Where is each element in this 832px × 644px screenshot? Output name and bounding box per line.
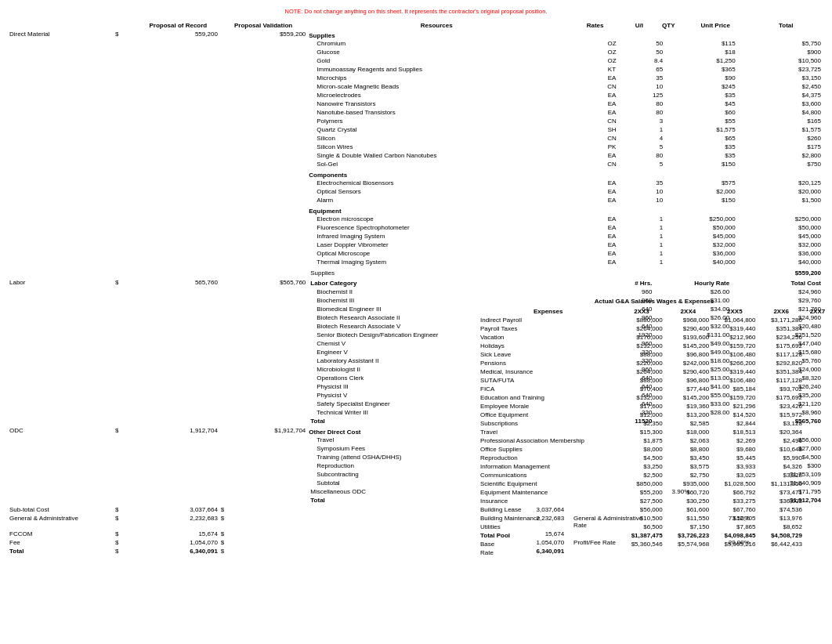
header-unit-price: Unit Price [683, 21, 747, 30]
ga-table-row: Employee Morale $17,600 $19,360 $21,296 … [478, 402, 830, 411]
odc-symbol: $ [114, 426, 137, 505]
ga-col-header: 2XX4 [665, 307, 711, 316]
header-proposal-record: Proposal of Record [137, 21, 219, 30]
equipment-row: Laser Doppler Vibrometer EA 1 $32,000 $3… [309, 241, 823, 249]
total-proposal-record: 6,340,091 [137, 547, 219, 555]
direct-material-proposal-record: 559,200 [137, 30, 219, 278]
ga-symbol2: $ [219, 514, 307, 530]
ga-table-row: Payroll Taxes $264,000 $290,400 $319,440… [478, 324, 830, 333]
ga-table-row: Insurance $27,500 $30,250 $33,275 $36,60… [478, 497, 830, 505]
equipment-row: Optical Microscope EA 1 $36,000 $36,000 [309, 249, 823, 258]
direct-material-proposal-validation: $559,200 [219, 30, 307, 278]
equipment-row: Fluorescence Spectrophotometer EA 1 $50,… [309, 223, 823, 232]
ga-col-header: 2XX7 [805, 307, 830, 316]
ga-table-row: Sick Leave $88,000 $96,800 $106,480 $117… [478, 350, 830, 359]
header-ui: U/I [624, 21, 653, 30]
ga-table-row: Total Pool $1,387,475 $3,726,223 $4,098,… [478, 531, 830, 540]
labor-row: Biochemist II 960 $26.00 $24,960 [309, 288, 823, 296]
components-label: Components [309, 172, 823, 179]
ga-col-header: 2XX3 [618, 307, 664, 316]
ga-table-title: Actual G&A Salaries Wages & Expenses [478, 298, 830, 305]
fccom-proposal-record: 15,674 [137, 530, 219, 538]
header-resources: Resources [307, 21, 566, 30]
ga-table-row: FICA $70,400 $77,440 $85,184 $93,702 [478, 385, 830, 393]
ga-col-header: 2XX6 [758, 307, 805, 316]
odc-proposal-record: 1,912,704 [137, 426, 219, 505]
equipment-label: Equipment [309, 208, 823, 215]
total-label: Total [8, 547, 114, 555]
supply-row: Sol-Gel CN 5 $150 $750 [309, 160, 823, 168]
ga-table-row: Office Equipment $12,000 $13,200 $14,520… [478, 411, 830, 419]
supply-row: Gold OZ 8.4 $1,250 $10,500 [309, 56, 823, 65]
total-symbol: $ [114, 547, 137, 555]
labor-cat-header: Labor Category [309, 279, 611, 288]
header-rates: Rates [566, 21, 624, 30]
fee-label: Fee [8, 538, 114, 547]
ga-table-row: Professional Association Membership $1,8… [478, 436, 830, 445]
ga-col-header: 2XX5 [711, 307, 758, 316]
header-qty: QTY [654, 21, 683, 30]
note: NOTE: Do not change anything on this she… [8, 8, 824, 15]
supply-row: Micron-scale Magnetic Beads CN 10 $245 $… [309, 82, 823, 91]
header-total: Total [747, 21, 824, 30]
labor-total-header: Total Cost [731, 279, 823, 288]
ga-table-row: Indirect Payroll $880,000 $968,000 $1,06… [478, 316, 830, 324]
ga-symbol: $ [114, 514, 137, 530]
supply-row: Microelectrodes EA 125 $35 $4,375 [309, 91, 823, 99]
ga-proposal-record: 2,232,683 [137, 514, 219, 530]
direct-material-symbol: $ [114, 30, 137, 278]
labor-proposal-record: 565,760 [137, 278, 219, 426]
ga-table-row: Building Maintenance $10,500 $11,550 $12… [478, 514, 830, 523]
supply-row: Microchips EA 35 $90 $3,150 [309, 74, 823, 82]
ga-table-row: Equipment Maintenance $55,200 $60,720 $6… [478, 488, 830, 497]
ga-table-row: Holidays $132,000 $145,200 $159,720 $175… [478, 342, 830, 350]
ga-table-row: SUTA/FUTA $88,000 $96,800 $106,480 $117,… [478, 376, 830, 385]
subtotal-symbol2: $ [219, 505, 307, 514]
fccom-label: FCCOM [8, 530, 114, 538]
component-row: Electrochemical Biosensors EA 35 $575 $2… [309, 179, 823, 187]
ga-table-row: Subscriptions $2,350 $2,585 $2,844 $3,12… [478, 419, 830, 428]
direct-material-label: Direct Material [8, 30, 114, 278]
ga-col-header: Expenses [478, 307, 618, 316]
equipment-row: Electron microscope EA 1 $250,000 $250,0… [309, 215, 823, 223]
supply-row: Glucose OZ 50 $18 $900 [309, 48, 823, 56]
ga-table-row: Office Supplies $8,000 $8,800 $9,680 $10… [478, 445, 830, 454]
ga-table-row: Base $5,360,546 $5,574,968 $5,965,216 $6… [478, 540, 830, 548]
ga-table-row: Utilities $6,500 $7,150 $7,865 $8,652 [478, 523, 830, 531]
supply-row: Nanotube-based Transistors EA 80 $60 $4,… [309, 108, 823, 117]
supply-row: Nanowire Transistors EA 80 $45 $3,600 [309, 99, 823, 108]
labor-hrs-header: # Hrs. [612, 279, 654, 288]
supply-row: Silicon Wires PK 5 $35 $175 [309, 143, 823, 151]
subtotal-label: Sub-total Cost [8, 505, 114, 514]
labor-proposal-validation: $565,760 [219, 278, 307, 426]
fccom-symbol2: $ [219, 530, 307, 538]
equipment-row: Infrared Imaging System EA 1 $45,000 $45… [309, 232, 823, 241]
dm-total-label: Supplies [309, 269, 575, 277]
supply-row: Polymers CN 3 $55 $165 [309, 117, 823, 125]
ga-table-row: Building Lease $56,000 $61,600 $67,760 $… [478, 505, 830, 514]
supply-row: Quartz Crystal SH 1 $1,575 $1,575 [309, 125, 823, 134]
ga-table-row: Communications $2,500 $2,750 $3,025 $3,3… [478, 471, 830, 479]
ga-table-row: Information Management $3,250 $3,575 $3,… [478, 462, 830, 471]
fee-proposal-record: 1,054,070 [137, 538, 219, 547]
odc-label: ODC [8, 426, 114, 505]
subtotal-symbol: $ [114, 505, 137, 514]
fccom-symbol: $ [114, 530, 137, 538]
supply-row: Chromium OZ 50 $115 $5,750 [309, 39, 823, 48]
component-row: Optical Sensors EA 10 $2,000 $20,000 [309, 187, 823, 196]
ga-table-row: Vacation $176,000 $193,600 $212,960 $234… [478, 333, 830, 342]
dm-total-value: $559,200 [742, 269, 823, 277]
header-proposal-validation: Proposal Validation [219, 21, 307, 30]
subtotal-proposal-record: 3,037,664 [137, 505, 219, 514]
supply-row: Immunoassay Reagents and Supplies KT 65 … [309, 65, 823, 74]
fee-symbol2: $ [219, 538, 307, 547]
ga-table-row: Pensions $220,000 $242,000 $266,200 $292… [478, 359, 830, 367]
odc-proposal-validation: $1,912,704 [219, 426, 307, 505]
ga-table-row: Rate [478, 548, 830, 557]
ga-label: General & Administrative [8, 514, 114, 530]
labor-rate-header: Hourly Rate [653, 279, 731, 288]
supply-row: Single & Double Walled Carbon Nanotubes … [309, 151, 823, 160]
component-row: Alarm EA 10 $150 $1,500 [309, 196, 823, 204]
labor-label: Labor [8, 278, 114, 426]
total-symbol2: $ [219, 547, 307, 555]
